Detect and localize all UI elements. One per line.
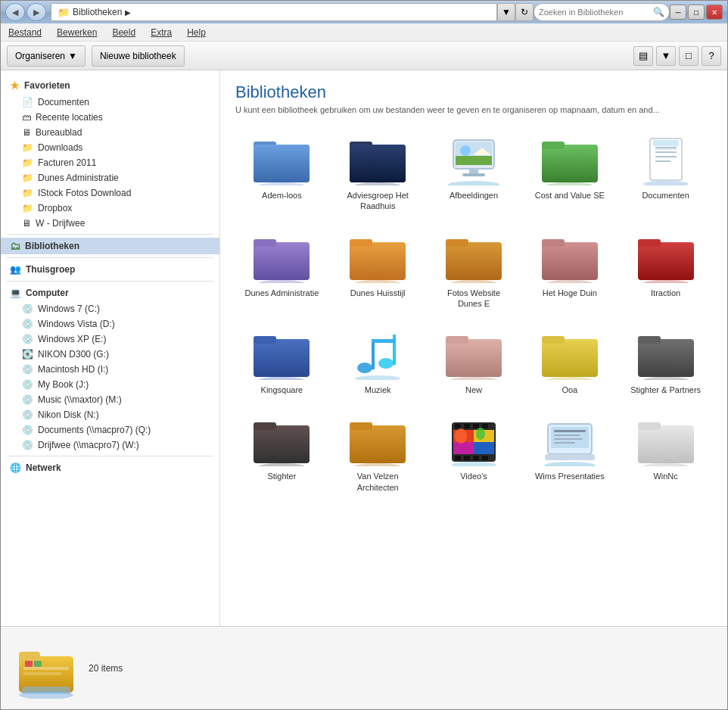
library-item-ooa[interactable]: Ooa bbox=[523, 321, 616, 401]
folder-icon-orange3 bbox=[347, 413, 408, 468]
close-button[interactable]: ✕ bbox=[706, 5, 723, 20]
svg-rect-25 bbox=[653, 140, 679, 146]
sidebar-item-mybook[interactable]: 💿 My Book (J:) bbox=[1, 377, 219, 392]
menu-bestand[interactable]: Bestand bbox=[5, 26, 45, 39]
svg-rect-15 bbox=[462, 173, 485, 176]
sidebar-item-win7[interactable]: 💿 Windows 7 (C:) bbox=[1, 301, 219, 316]
library-item-muziek[interactable]: Muziek bbox=[331, 321, 425, 401]
sidebar-item-drijfwee-macpro[interactable]: 💿 Drijfwee (\\macpro7) (W:) bbox=[1, 438, 219, 453]
svg-rect-28 bbox=[254, 239, 276, 247]
drive-icon-drijfwee: 💿 bbox=[22, 440, 33, 450]
svg-point-47 bbox=[378, 358, 394, 369]
search-input[interactable] bbox=[539, 8, 650, 17]
svg-rect-36 bbox=[542, 242, 598, 280]
library-item-adem-loos[interactable]: Adem-loos bbox=[235, 126, 328, 218]
sidebar-item-facturen[interactable]: 📁 Facturen 2011 bbox=[1, 155, 219, 170]
sidebar-item-recente[interactable]: 🗃 Recente locaties bbox=[1, 110, 219, 125]
refresh-button[interactable]: ↻ bbox=[515, 3, 534, 21]
library-item-afbeeldingen[interactable]: Afbeeldingen bbox=[428, 126, 521, 218]
view-button[interactable]: ▤ bbox=[633, 46, 653, 66]
help-button[interactable]: ? bbox=[702, 46, 721, 66]
library-item-het-hoge-duin[interactable]: Het Hoge Duin bbox=[523, 224, 616, 316]
forward-button[interactable]: ▶ bbox=[26, 3, 46, 21]
svg-rect-75 bbox=[482, 456, 488, 460]
menu-extra[interactable]: Extra bbox=[148, 26, 175, 39]
drive-icon-win7: 💿 bbox=[22, 304, 33, 314]
library-item-documenten[interactable]: Documenten bbox=[619, 126, 712, 218]
favorites-header[interactable]: ★ Favorieten bbox=[1, 76, 219, 95]
titlebar: ◀ ▶ 📁 Bibliotheken ▶ ▼ ↻ 🔍 ─ □ ✕ bbox=[1, 1, 727, 23]
library-item-fotos[interactable]: Fotos Website Dunes E bbox=[428, 224, 521, 316]
folder-icon-red bbox=[636, 230, 696, 285]
content-description: U kunt een bibliotheek gebruiken om uw b… bbox=[235, 105, 712, 114]
thuisgroep-header[interactable]: 👥 Thuisgroep bbox=[1, 261, 219, 278]
svg-rect-74 bbox=[473, 456, 479, 460]
library-item-stighter[interactable]: Stighter bbox=[235, 407, 328, 499]
svg-rect-27 bbox=[254, 242, 310, 280]
organize-arrow-icon: ▼ bbox=[68, 51, 77, 61]
library-item-itraction[interactable]: Itraction bbox=[619, 224, 712, 316]
sidebar-item-downloads[interactable]: 📁 Downloads bbox=[1, 140, 219, 155]
netwerk-header[interactable]: 🌐 Netwerk bbox=[1, 459, 219, 476]
thuisgroep-icon: 👥 bbox=[10, 264, 21, 275]
svg-rect-97 bbox=[23, 667, 69, 670]
sidebar-item-bureaublad[interactable]: 🖥 Bureaublad bbox=[1, 125, 219, 140]
sidebar-item-mac[interactable]: 💿 Macintosh HD (I:) bbox=[1, 362, 219, 377]
drive-icon-docs: 💿 bbox=[22, 425, 33, 435]
organize-button[interactable]: Organiseren ▼ bbox=[7, 45, 86, 67]
library-item-videos[interactable]: Video's bbox=[428, 407, 521, 499]
library-item-adviesgroep[interactable]: Adviesgroep Het Raadhuis bbox=[331, 126, 425, 218]
dropdown-arrow-btn[interactable]: ▼ bbox=[497, 3, 515, 21]
library-item-winnc[interactable]: WinNc bbox=[619, 407, 712, 499]
svg-point-8 bbox=[448, 181, 499, 185]
library-item-dunes-admin[interactable]: Dunes Administratie bbox=[235, 224, 328, 316]
svg-rect-58 bbox=[638, 336, 661, 344]
back-button[interactable]: ◀ bbox=[5, 3, 25, 21]
view-arrow-button[interactable]: ▼ bbox=[656, 46, 676, 66]
folder-icon-yellow bbox=[540, 327, 600, 381]
library-item-label: Adviesgroep Het Raadhuis bbox=[340, 190, 415, 212]
sidebar-item-drijfwee[interactable]: 🖥 W - Drijfwee bbox=[1, 216, 219, 231]
library-item-kingsquare[interactable]: Kingsquare bbox=[235, 321, 328, 401]
pane-button[interactable]: □ bbox=[679, 46, 698, 66]
new-library-button[interactable]: Nieuwe bibliotheek bbox=[92, 45, 185, 67]
library-item-label: Stighter & Partners bbox=[630, 385, 701, 395]
svg-rect-31 bbox=[350, 239, 372, 247]
minimize-button[interactable]: ─ bbox=[670, 5, 686, 20]
sidebar-item-winvista[interactable]: 💿 Windows Vista (D:) bbox=[1, 316, 219, 332]
address-bar[interactable]: 📁 Bibliotheken ▶ bbox=[51, 3, 497, 21]
svg-rect-72 bbox=[455, 456, 461, 460]
computer-header[interactable]: 💻 Computer bbox=[1, 285, 219, 301]
folder-icon-darkgray bbox=[251, 413, 312, 468]
library-item-label: Kingsquare bbox=[261, 385, 303, 395]
sidebar-item-dunes-admin[interactable]: 📁 Dunes Administratie bbox=[1, 170, 219, 185]
library-item-cost-value[interactable]: Cost and Value SE bbox=[523, 126, 616, 218]
folder-icon-green bbox=[540, 132, 600, 187]
menu-bewerken[interactable]: Bewerken bbox=[54, 26, 100, 39]
netwerk-label: Netwerk bbox=[26, 462, 61, 473]
sidebar-item-docs-macpro[interactable]: 💿 Documents (\\macpro7) (Q:) bbox=[1, 422, 219, 438]
nav-buttons: ◀ ▶ bbox=[5, 3, 46, 21]
search-box[interactable]: 🔍 bbox=[534, 3, 670, 21]
svg-rect-55 bbox=[542, 336, 565, 344]
sidebar-item-winxp[interactable]: 💿 Windows XP (E:) bbox=[1, 332, 219, 347]
sidebar-item-documenten[interactable]: 📄 Documenten bbox=[1, 95, 219, 110]
library-item-wims[interactable]: Wims Presentaties bbox=[523, 407, 616, 499]
svg-rect-2 bbox=[254, 145, 310, 182]
sidebar-item-nikon-disk[interactable]: 💿 Nikon Disk (N:) bbox=[1, 407, 219, 422]
sidebar-item-istock[interactable]: 📁 IStock Fotos Download bbox=[1, 185, 219, 201]
menu-help[interactable]: Help bbox=[184, 26, 209, 39]
status-folder-icon bbox=[16, 638, 76, 699]
library-item-stighter-partners[interactable]: Stighter & Partners bbox=[619, 321, 712, 401]
sidebar-item-music-maxtor[interactable]: 💿 Music (\\maxtor) (M:) bbox=[1, 392, 219, 407]
maximize-button[interactable]: □ bbox=[688, 5, 705, 20]
library-item-new[interactable]: New bbox=[428, 321, 521, 401]
sidebar-item-nikon[interactable]: 💽 NIKON D300 (G:) bbox=[1, 347, 219, 362]
library-item-van-velzen[interactable]: Van Velzen Architecten bbox=[331, 407, 425, 499]
window-controls: ─ □ ✕ bbox=[670, 5, 723, 20]
sidebar-item-dropbox[interactable]: 📁 Dropbox bbox=[1, 201, 219, 216]
star-icon: ★ bbox=[10, 79, 20, 92]
bibliotheken-header[interactable]: 🗂 Bibliotheken bbox=[1, 238, 219, 254]
menu-beeld[interactable]: Beeld bbox=[109, 26, 138, 39]
library-item-dunes-huisstijl[interactable]: Dunes Huisstijl bbox=[331, 224, 425, 316]
